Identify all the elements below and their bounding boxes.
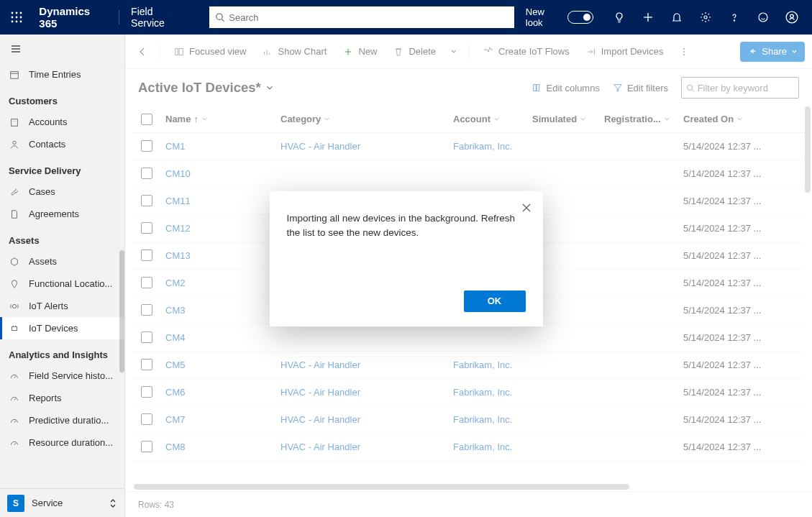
dialog-message: Importing all new devices in the backgro…: [287, 211, 526, 290]
dialog-close-button[interactable]: [521, 203, 532, 213]
dialog-backdrop: Importing all new devices in the backgro…: [0, 0, 812, 517]
dialog-ok-button[interactable]: OK: [464, 290, 526, 312]
import-dialog: Importing all new devices in the backgro…: [270, 191, 543, 326]
